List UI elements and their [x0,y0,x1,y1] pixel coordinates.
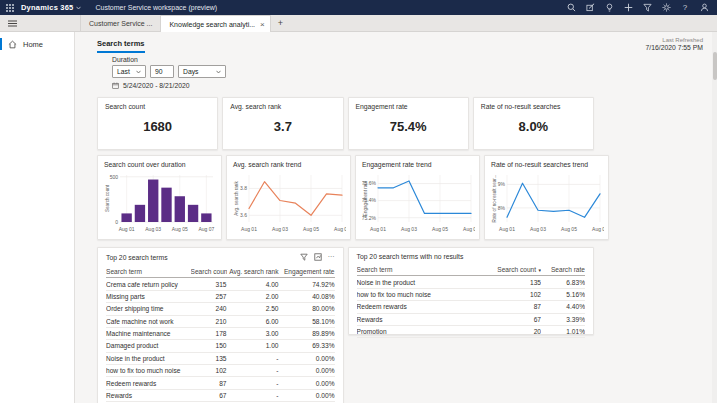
table-cell: 210 [191,316,227,327]
table-cell: 1.00 [227,340,279,351]
svg-text:Engagement rate: Engagement rate [363,180,368,216]
table-cell: Order shipping time [106,303,191,314]
svg-text:Aug 07: Aug 07 [198,226,214,232]
last-refreshed-value: 7/16/2020 7:55 PM [646,44,703,51]
tab-customer-service[interactable]: Customer Service ... [80,15,161,31]
line-chart[interactable]: 3.6 3.8Aug 01Aug 03Aug 05Aug 07Avg. sear… [233,171,346,233]
chart-title: Avg. search rank trend [233,161,346,168]
table-cell: Rewards [106,390,191,401]
duration-unit-select[interactable]: Days [178,65,226,78]
more-options-icon[interactable]: ⋯ [328,253,335,262]
quick-create-icon[interactable] [623,3,633,13]
date-range[interactable]: 5/24/2020 - 8/21/2020 [112,82,190,89]
table-row[interactable]: Redeem rewards87-0.00% [106,377,335,389]
new-tab-button[interactable]: + [271,15,289,31]
column-header[interactable]: Search term [357,264,492,275]
filter-icon[interactable] [642,3,652,13]
svg-text:Search count: Search count [105,184,110,212]
svg-text:Aug 05: Aug 05 [561,226,577,232]
chevron-down-icon [76,6,81,10]
site-map-icon[interactable] [0,15,24,31]
appbar-icon-group: ? [566,3,717,13]
edit-icon[interactable] [585,3,595,13]
column-header[interactable]: Avg. search rank [227,266,279,277]
chart-title: Search count over duration [104,161,217,168]
table-row[interactable]: Machine maintenance1783.0089.89% [106,328,335,340]
table-row[interactable]: Promotion201.01% [357,326,586,338]
svg-text:Aug 01: Aug 01 [370,226,386,232]
duration-mode-select[interactable]: Last [112,65,146,78]
table-row[interactable]: how to fix too much noise1025.16% [357,289,586,301]
line-chart[interactable]: 75.2% 75.4% 75.6%Aug 01Aug 03Aug 05Aug 0… [362,171,475,233]
table-cell: 135 [491,276,541,287]
help-icon[interactable]: ? [680,3,690,13]
kpi-value: 3.7 [230,119,335,134]
column-header[interactable]: Search term [106,266,191,277]
table-cell: Crema cafe return policy [106,278,191,289]
column-header[interactable]: Engagement rate [279,266,335,277]
table-row[interactable]: Crema cafe return policy3154.0074.92% [106,278,335,290]
kpi-label: Rate of no-result searches [481,103,586,110]
table-row[interactable]: how to fix too much noise102-0.00% [106,365,335,377]
table-cell: Cafe machine not work [106,316,191,327]
svg-text:Aug 03: Aug 03 [272,226,288,232]
kpi-card: Engagement rate 75.4% [348,97,469,150]
column-header[interactable]: Search count ▾ [491,264,541,275]
search-icon[interactable] [566,3,576,13]
settings-gear-icon[interactable] [661,3,671,13]
table-row[interactable]: Rewards67-0.00% [106,390,335,402]
table-cell: - [227,377,279,388]
table-row[interactable]: Cafe machine not work2106.0058.10% [106,316,335,328]
line-chart[interactable]: 8% 9%Aug 01Aug 03Aug 05Aug 07Rate of no-… [491,171,604,233]
table-cell: Noise in the product [357,276,492,287]
last-refreshed-label: Last Refreshed [646,37,703,43]
svg-text:Aug 01: Aug 01 [119,226,135,232]
table-row[interactable]: Noise in the product135-0.00% [106,353,335,365]
lightbulb-icon[interactable] [604,3,614,13]
column-header[interactable]: Search rate [541,264,585,275]
table-row[interactable]: Damaged product1501.0069.33% [106,340,335,352]
scrollbar[interactable] [712,32,717,403]
bar-chart[interactable]: 0 500Aug 01Aug 03Aug 05Aug 07Search coun… [104,171,217,233]
report-canvas: Search terms Last Refreshed 7/16/2020 7:… [76,32,717,403]
brand-label: Dynamics 365 [21,3,73,12]
duration-amount-input[interactable] [150,65,174,78]
tab-knowledge-search-analytics[interactable]: Knowledge search analyti... × [161,15,271,32]
close-icon[interactable]: × [259,20,266,29]
table-row[interactable]: Redeem rewards874.40% [357,301,586,313]
table-row[interactable]: Noise in the product1356.83% [357,276,586,288]
table-row-container: Top 20 search terms⋯Search termSearch co… [97,247,594,403]
svg-text:Aug 01: Aug 01 [499,226,515,232]
duration-controls: Last Days [112,65,226,78]
scrollbar-thumb[interactable] [713,52,717,80]
account-icon[interactable] [699,3,709,13]
kpi-value: 75.4% [356,119,461,134]
tab-search-terms[interactable]: Search terms [97,39,145,53]
table-cell: 0.00% [279,353,335,364]
column-header[interactable]: Search count ▾ [191,266,227,277]
table-cell: 4.00 [227,278,279,289]
tab-strip: Customer Service ... Knowledge search an… [0,15,717,32]
table-cell: 1.01% [541,326,585,337]
table-row[interactable]: Order shipping time2402.5080.00% [106,303,335,315]
chart-card: Search count over duration 0 500Aug 01Au… [97,155,222,240]
waffle-menu-icon[interactable] [6,4,14,12]
app-switcher[interactable]: Dynamics 365 [21,3,81,12]
focus-mode-icon[interactable] [314,253,322,262]
svg-text:Avg. search rank: Avg. search rank [234,181,239,216]
table-cell: 67 [491,314,541,325]
table-cell: 135 [191,353,227,364]
table-cell: how to fix too much noise [357,289,492,300]
filter-icon[interactable] [300,253,308,262]
table-row[interactable]: Rewards673.39% [357,314,586,326]
duration-label: Duration [112,56,138,63]
table-cell: Redeem rewards [357,301,492,312]
table-row[interactable]: Missing parts2572.0040.08% [106,291,335,303]
table-cell: 20 [491,326,541,337]
table-cell: 89.89% [279,328,335,339]
table-cell: 58.10% [279,316,335,327]
chevron-down-icon [136,70,141,74]
visual-toolbar: ⋯ [300,253,335,262]
sidebar-item-home[interactable]: Home [0,36,74,52]
svg-text:Aug 05: Aug 05 [172,226,188,232]
